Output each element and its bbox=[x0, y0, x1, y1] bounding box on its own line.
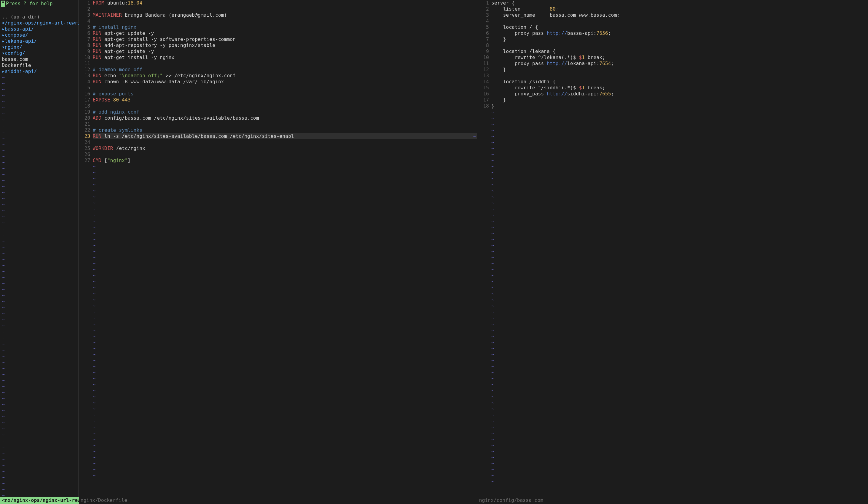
code-line[interactable]: RUN apt-get update -y bbox=[93, 30, 477, 37]
empty-line-tilde: ~ bbox=[93, 194, 477, 200]
empty-line-tilde: ~ bbox=[93, 473, 477, 479]
empty-line-tilde: ~ bbox=[491, 412, 868, 418]
code-line[interactable]: proxy_pass http://bassa-api:7656; bbox=[491, 30, 868, 37]
tree-dir-item[interactable]: ▾ nginx/ bbox=[2, 44, 76, 50]
code-line[interactable] bbox=[491, 42, 868, 49]
empty-line-tilde: ~ bbox=[491, 291, 868, 297]
code-line[interactable]: } bbox=[491, 97, 868, 103]
code-line[interactable]: CMD ["nginx"] bbox=[93, 157, 477, 164]
code-line[interactable]: # install nginx bbox=[93, 24, 477, 30]
tree-dir-item[interactable]: ▸ lekana-api/ bbox=[2, 38, 76, 44]
tree-arrow-icon: ▸ bbox=[2, 69, 5, 74]
gutter-left: 1234567891011121314151617181920212223242… bbox=[79, 0, 93, 497]
tree-file-item[interactable]: bassa.com bbox=[2, 56, 76, 62]
tree-file-item[interactable]: Dockerfile bbox=[2, 62, 76, 69]
code-line[interactable]: server_name bassa.com www.bassa.com; bbox=[491, 12, 868, 18]
tree-dir-item[interactable]: ▸ bassa-api/ bbox=[2, 26, 76, 32]
code-line[interactable]: MAINTAINER Eranga Bandara (erangaeb@gmai… bbox=[93, 12, 477, 18]
sidebar-updir[interactable]: .. (up a dir) bbox=[2, 14, 76, 20]
code-line[interactable] bbox=[93, 152, 477, 157]
code-line[interactable]: ADD config/bassa.com /etc/nginx/sites-av… bbox=[93, 115, 477, 121]
editor-left[interactable]: 1234567891011121314151617181920212223242… bbox=[79, 0, 477, 497]
empty-line-tilde: ~ bbox=[491, 121, 868, 127]
code-line[interactable]: } bbox=[491, 66, 868, 73]
empty-line-tilde: ~ bbox=[93, 230, 477, 236]
empty-line-tilde: ~ bbox=[93, 460, 477, 466]
code-line[interactable] bbox=[491, 73, 868, 79]
code-line[interactable]: RUN echo "\ndaemon off;" >> /etc/nginx/n… bbox=[93, 73, 477, 79]
empty-line-tilde: ~ bbox=[93, 400, 477, 406]
file-tree-sidebar[interactable]: " Press ? for help .. (up a dir) </nginx… bbox=[0, 0, 79, 497]
code-line[interactable]: proxy_pass http://siddhi-api:7655; bbox=[491, 91, 868, 97]
sidebar-help-line: " Press ? for help bbox=[0, 0, 79, 7]
code-line[interactable]: WORKDIR /etc/nginx bbox=[93, 145, 477, 152]
empty-line-tilde: ~ bbox=[93, 333, 477, 339]
empty-line-tilde: ~ bbox=[93, 466, 477, 473]
code-line[interactable] bbox=[491, 18, 868, 24]
sidebar-body[interactable]: .. (up a dir) </nginx-ops/nginx-url-rewr… bbox=[0, 7, 79, 497]
code-line[interactable]: rewrite ^/lekana(.*)$ $1 break; bbox=[491, 54, 868, 61]
code-line[interactable]: # expose ports bbox=[93, 91, 477, 97]
code-line[interactable]: proxy_pass http://lekana-api:7654; bbox=[491, 61, 868, 66]
empty-line-tilde: ~ bbox=[93, 388, 477, 394]
code-line[interactable]: RUN apt-get update -y bbox=[93, 49, 477, 54]
empty-line-tilde: ~ bbox=[491, 448, 868, 454]
tree-dir-item[interactable]: ▸ siddhi-api/ bbox=[2, 69, 76, 74]
code-line[interactable]: location / { bbox=[491, 24, 868, 30]
empty-line-tilde: ~ bbox=[491, 351, 868, 357]
code-line[interactable]: server { bbox=[491, 0, 868, 6]
empty-line-tilde: ~ bbox=[93, 176, 477, 182]
code-line[interactable] bbox=[93, 6, 477, 12]
code-line[interactable]: RUN chown -R www-data:www-data /var/lib/… bbox=[93, 79, 477, 85]
tree-dir-item[interactable]: ▾ config/ bbox=[2, 50, 76, 56]
code-line[interactable]: RUN apt-get install -y software-properti… bbox=[93, 37, 477, 42]
code-line[interactable] bbox=[93, 61, 477, 66]
code-line[interactable]: # create symlinks bbox=[93, 127, 477, 133]
empty-line-tilde: ~ bbox=[93, 182, 477, 188]
empty-line-tilde: ~ bbox=[491, 454, 868, 460]
code-line[interactable]: } bbox=[491, 103, 868, 109]
empty-line-tilde: ~ bbox=[93, 315, 477, 321]
code-line[interactable] bbox=[93, 121, 477, 127]
empty-line-tilde: ~ bbox=[93, 242, 477, 248]
code-left[interactable]: FROM ubuntu:18.04 MAINTAINER Eranga Band… bbox=[93, 0, 477, 497]
code-right[interactable]: server { listen 80; server_name bassa.co… bbox=[491, 0, 868, 497]
code-line[interactable]: rewrite ^/siddhi(.*)$ $1 break; bbox=[491, 85, 868, 91]
tree-dir-name: bassa-api/ bbox=[5, 26, 34, 32]
editor-right[interactable]: 123456789101112131415161718 server { lis… bbox=[477, 0, 868, 497]
code-line[interactable]: RUN add-apt-repository -y ppa:nginx/stab… bbox=[93, 42, 477, 49]
code-line[interactable]: EXPOSE 80 443 bbox=[93, 97, 477, 103]
tree-dir-item[interactable]: ▸ compose/ bbox=[2, 32, 76, 38]
empty-line-tilde: ~ bbox=[491, 115, 868, 121]
empty-line-tilde: ~ bbox=[491, 382, 868, 388]
wrap-marker: ~ bbox=[473, 133, 476, 139]
empty-line-tilde: ~ bbox=[491, 400, 868, 406]
empty-line-tilde: ~ bbox=[93, 357, 477, 363]
code-line[interactable]: location /lekana { bbox=[491, 49, 868, 54]
code-line[interactable]: RUN apt-get install -y nginx bbox=[93, 54, 477, 61]
empty-line-tilde: ~ bbox=[93, 260, 477, 267]
sidebar-root-path[interactable]: </nginx-ops/nginx-url-rewrite/ bbox=[2, 20, 76, 26]
code-line[interactable]: # deamon mode off bbox=[93, 66, 477, 73]
empty-line-tilde: ~ bbox=[491, 466, 868, 473]
empty-line-tilde: ~ bbox=[491, 230, 868, 236]
empty-line-tilde: ~ bbox=[93, 370, 477, 376]
code-line[interactable]: location /siddhi { bbox=[491, 79, 868, 85]
code-line[interactable]: # add nginx conf bbox=[93, 109, 477, 115]
empty-line-tilde: ~ bbox=[93, 169, 477, 176]
empty-line-tilde: ~ bbox=[491, 152, 868, 157]
code-line[interactable]: RUN ln -s /etc/nginx/sites-available/bas… bbox=[93, 133, 477, 139]
empty-line-tilde: ~ bbox=[491, 127, 868, 133]
tree-container[interactable]: ▸ bassa-api/▸ compose/▸ lekana-api/▾ ngi… bbox=[2, 26, 76, 74]
code-line[interactable] bbox=[93, 103, 477, 109]
code-line[interactable]: } bbox=[491, 37, 868, 42]
code-line[interactable] bbox=[93, 85, 477, 91]
code-line[interactable] bbox=[93, 139, 477, 145]
empty-line-tilde: ~ bbox=[93, 448, 477, 454]
code-line[interactable] bbox=[93, 18, 477, 24]
empty-line-tilde: ~ bbox=[93, 394, 477, 400]
empty-line-tilde: ~ bbox=[491, 248, 868, 255]
code-line[interactable]: listen 80; bbox=[491, 6, 868, 12]
empty-line-tilde: ~ bbox=[491, 394, 868, 400]
code-line[interactable]: FROM ubuntu:18.04 bbox=[93, 0, 477, 6]
